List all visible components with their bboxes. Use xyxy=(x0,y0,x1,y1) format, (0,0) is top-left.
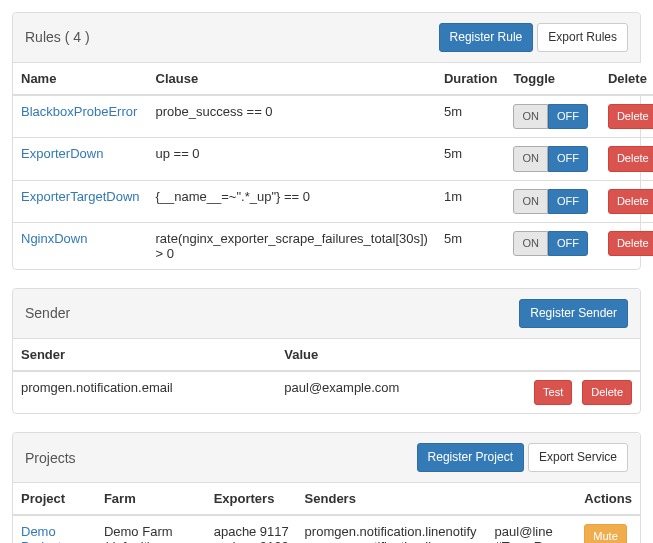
project-link[interactable]: Demo Project xyxy=(21,524,61,543)
projects-panel: Projects Register Project Export Service… xyxy=(12,432,641,543)
rule-duration: 1m xyxy=(436,180,505,222)
test-sender-button[interactable]: Test xyxy=(534,380,572,405)
rule-clause: {__name__=~".*_up"} == 0 xyxy=(148,180,436,222)
col-sender: Sender xyxy=(13,339,276,371)
project-farm: Demo Farm (default) xyxy=(96,515,206,543)
table-row: ExporterDown up == 0 5m ON OFF Delete xyxy=(13,138,653,180)
toggle-on-button[interactable]: ON xyxy=(513,104,548,129)
rules-heading: Rules ( 4 ) Register Rule Export Rules xyxy=(13,13,640,63)
toggle-off-button[interactable]: OFF xyxy=(548,104,588,129)
col-clause: Clause xyxy=(148,63,436,95)
delete-rule-button[interactable]: Delete xyxy=(608,231,653,256)
sender-panel: Sender Register Sender Sender Value prom… xyxy=(12,288,641,414)
col-duration: Duration xyxy=(436,63,505,95)
rule-duration: 5m xyxy=(436,95,505,138)
project-sender-name: promgen.notification.linenotify xyxy=(305,524,495,539)
toggle-on-button[interactable]: ON xyxy=(513,231,548,256)
col-toggle: Toggle xyxy=(505,63,600,95)
delete-rule-button[interactable]: Delete xyxy=(608,146,653,171)
project-exporters: apache9117 node9100 xyxy=(206,515,297,543)
rule-name-link[interactable]: ExporterTargetDown xyxy=(21,189,140,204)
project-senders: promgen.notification.linenotifypaul@line… xyxy=(297,515,577,543)
exporter-port: 9117 xyxy=(260,524,289,539)
sender-title: Sender xyxy=(25,305,70,321)
toggle-off-button[interactable]: OFF xyxy=(548,231,588,256)
col-exporters: Exporters xyxy=(206,483,297,515)
col-name: Name xyxy=(13,63,148,95)
toggle-off-button[interactable]: OFF xyxy=(548,189,588,214)
rule-clause: rate(nginx_exporter_scrape_failures_tota… xyxy=(148,222,436,269)
rule-duration: 5m xyxy=(436,222,505,269)
rules-title: Rules ( 4 ) xyxy=(25,29,90,45)
sender-name: promgen.notification.email xyxy=(13,371,276,413)
export-rules-button[interactable]: Export Rules xyxy=(537,23,628,52)
project-sender-name: promgen.notification.ikasan xyxy=(305,539,495,543)
project-sender-value: paul@line xyxy=(495,524,553,539)
col-value: Value xyxy=(276,339,640,371)
rules-panel: Rules ( 4 ) Register Rule Export Rules N… xyxy=(12,12,641,270)
col-senders: Senders xyxy=(297,483,577,515)
exporter-port: 9100 xyxy=(260,539,289,543)
projects-title: Projects xyxy=(25,450,76,466)
col-actions: Actions xyxy=(576,483,640,515)
register-project-button[interactable]: Register Project xyxy=(417,443,524,472)
projects-heading: Projects Register Project Export Service xyxy=(13,433,640,483)
project-sender-value: #TeamRoom xyxy=(495,539,569,543)
sender-value: paul@example.com xyxy=(276,371,490,413)
toggle-off-button[interactable]: OFF xyxy=(548,146,588,171)
table-row: ExporterTargetDown {__name__=~".*_up"} =… xyxy=(13,180,653,222)
rule-clause: up == 0 xyxy=(148,138,436,180)
exporter-name: apache xyxy=(214,524,258,539)
rule-name-link[interactable]: NginxDown xyxy=(21,231,87,246)
delete-sender-button[interactable]: Delete xyxy=(582,380,632,405)
rule-clause: probe_success == 0 xyxy=(148,95,436,138)
toggle-on-button[interactable]: ON xyxy=(513,189,548,214)
mute-project-button[interactable]: Mute xyxy=(584,524,626,543)
col-delete: Delete xyxy=(600,63,653,95)
register-rule-button[interactable]: Register Rule xyxy=(439,23,534,52)
sender-heading: Sender Register Sender xyxy=(13,289,640,339)
table-row: promgen.notification.email paul@example.… xyxy=(13,371,640,413)
delete-rule-button[interactable]: Delete xyxy=(608,104,653,129)
toggle-on-button[interactable]: ON xyxy=(513,146,548,171)
exporter-name: node xyxy=(214,539,258,543)
register-sender-button[interactable]: Register Sender xyxy=(519,299,628,328)
col-project: Project xyxy=(13,483,96,515)
table-row: NginxDown rate(nginx_exporter_scrape_fai… xyxy=(13,222,653,269)
projects-table: Project Farm Exporters Senders Actions D… xyxy=(13,483,640,543)
delete-rule-button[interactable]: Delete xyxy=(608,189,653,214)
sender-table: Sender Value promgen.notification.email … xyxy=(13,339,640,413)
rules-table: Name Clause Duration Toggle Delete Black… xyxy=(13,63,653,269)
rule-name-link[interactable]: BlackboxProbeError xyxy=(21,104,137,119)
export-service-button[interactable]: Export Service xyxy=(528,443,628,472)
table-row: Demo Project Demo Farm (default) apache9… xyxy=(13,515,640,543)
rule-name-link[interactable]: ExporterDown xyxy=(21,146,103,161)
rule-duration: 5m xyxy=(436,138,505,180)
col-farm: Farm xyxy=(96,483,206,515)
table-row: BlackboxProbeError probe_success == 0 5m… xyxy=(13,95,653,138)
